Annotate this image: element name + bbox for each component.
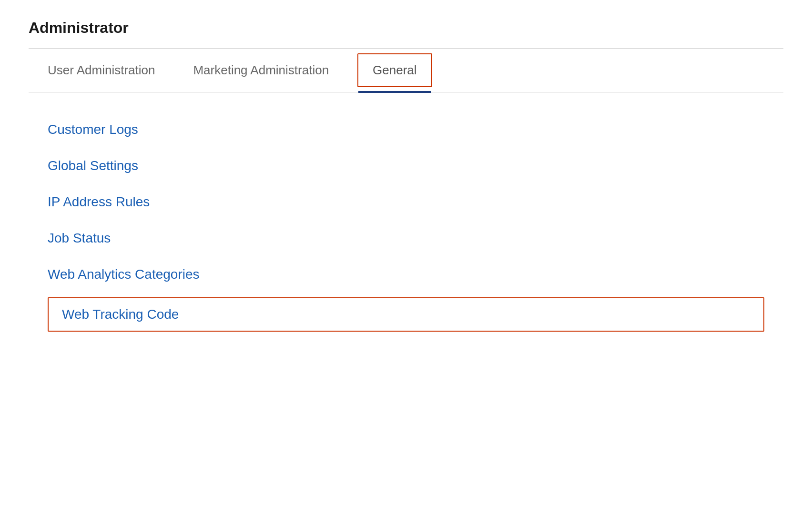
nav-link-web-analytics-categories[interactable]: Web Analytics Categories <box>48 267 200 282</box>
tab-general[interactable]: General <box>357 53 432 87</box>
nav-item-customer-logs: Customer Logs <box>38 111 774 148</box>
nav-item-ip-address-rules: IP Address Rules <box>38 184 774 220</box>
page-title: Administrator <box>29 19 783 37</box>
nav-item-web-analytics-categories: Web Analytics Categories <box>38 256 774 293</box>
nav-link-global-settings[interactable]: Global Settings <box>48 158 138 173</box>
content-area: Customer Logs Global Settings IP Address… <box>29 92 783 355</box>
nav-list: Customer Logs Global Settings IP Address… <box>38 111 774 336</box>
nav-item-job-status: Job Status <box>38 220 774 256</box>
nav-link-job-status[interactable]: Job Status <box>48 231 111 246</box>
tab-marketing-administration[interactable]: Marketing Administration <box>174 50 348 91</box>
nav-item-global-settings: Global Settings <box>38 148 774 184</box>
tab-user-administration[interactable]: User Administration <box>29 50 174 91</box>
nav-link-customer-logs[interactable]: Customer Logs <box>48 122 138 137</box>
tabs-container: User Administration Marketing Administra… <box>29 49 783 92</box>
page-container: Administrator User Administration Market… <box>0 0 812 374</box>
nav-link-web-tracking-code[interactable]: Web Tracking Code <box>62 307 179 322</box>
nav-item-web-tracking-code: Web Tracking Code <box>48 297 764 332</box>
nav-link-ip-address-rules[interactable]: IP Address Rules <box>48 194 150 210</box>
